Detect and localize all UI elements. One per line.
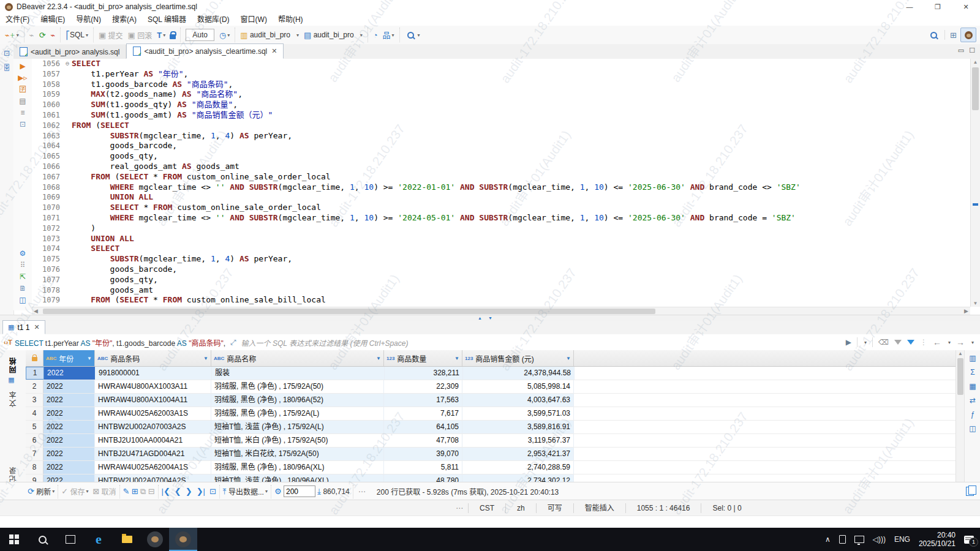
grid-cell[interactable]: 39,070 — [384, 448, 462, 460]
column-header-2[interactable]: ABC商品名称▼ — [211, 350, 384, 366]
notification-center-icon[interactable]: 1 — [964, 536, 974, 544]
row-number[interactable]: 6 — [26, 434, 43, 447]
menu-item-3[interactable]: 搜索(A) — [107, 13, 142, 26]
network-tray-icon[interactable] — [854, 536, 864, 543]
grid-scroll-thumb[interactable] — [957, 358, 963, 395]
table-row[interactable]: 22022HWRAW4U800AX1003A11羽绒服, 黑色 (净色) , 1… — [26, 380, 956, 394]
grid-cell[interactable]: 328,211 — [385, 367, 463, 380]
templates-icon[interactable]: ◫ — [19, 296, 26, 304]
record-mode-label[interactable]: 记录 — [8, 466, 18, 483]
grid-cell[interactable]: 羽绒服, 黑色 (净色) , 180/96A(XL) — [211, 461, 384, 474]
code-line[interactable]: 1065 goods_qty, — [32, 151, 970, 162]
code-line[interactable]: 1075 SUBSTR(mgclear_time, 1, 4) AS perYe… — [32, 254, 970, 264]
settings-gear-icon[interactable]: ⚙ — [20, 250, 26, 257]
code-line[interactable]: 1061 SUM(t1.goods_amt) AS "商品销售金额（元）" — [32, 110, 970, 121]
open-perspective-icon[interactable]: ⊞ — [950, 31, 957, 39]
file-explorer-button[interactable] — [113, 528, 141, 551]
start-button[interactable] — [0, 528, 28, 551]
table-row[interactable]: 120229918000001服装328,21124,378,944.58 — [26, 367, 956, 380]
code-line[interactable]: 1062FROM (SELECT — [32, 121, 970, 131]
menu-item-5[interactable]: 数据库(D) — [192, 13, 235, 26]
code-line[interactable]: 1068 WHERE mgclear_time <> '' AND SUBSTR… — [32, 182, 970, 193]
grid-cell[interactable]: 4,003,647.63 — [462, 394, 574, 407]
editor-tab-1[interactable]: <audit_bi_pro> analysis_cleartime.sql✕ — [126, 43, 284, 59]
grid-cell[interactable]: 3,119,567.37 — [462, 434, 574, 447]
app-button-dbeaver-active[interactable] — [169, 528, 197, 551]
dbeaver-perspective-button[interactable] — [960, 28, 976, 42]
menu-item-4[interactable]: SQL 编辑器 — [142, 13, 192, 26]
grid-cell[interactable]: 2,953,421.37 — [462, 448, 574, 460]
grid-cell[interactable]: 2022 — [43, 421, 95, 433]
disconnect-icon[interactable]: ⌁ — [49, 30, 58, 40]
result-tab-close-icon[interactable]: ✕ — [34, 323, 39, 331]
row-number[interactable]: 4 — [26, 407, 43, 420]
output-icon[interactable]: ≡ — [20, 109, 24, 116]
grid-cell[interactable]: HWRAW4U800AX1003A11 — [95, 380, 211, 393]
grid-cell[interactable]: 17,563 — [384, 394, 462, 407]
grid-cell[interactable]: 5,811 — [384, 461, 462, 474]
editor-tab-close-icon[interactable]: ✕ — [271, 47, 277, 55]
prev-row-icon[interactable]: ❮ — [175, 487, 181, 495]
menu-item-1[interactable]: 编辑(E) — [35, 13, 70, 26]
minimize-button[interactable]: — — [895, 0, 924, 13]
export-data-button[interactable]: 导出数据... — [228, 486, 264, 497]
restore-view-icon[interactable]: ⊡ — [4, 49, 10, 58]
code-line[interactable]: 1060 SUM(t1.goods_qty) AS "商品数量", — [32, 100, 970, 110]
save-button[interactable]: 保存 — [70, 486, 85, 497]
column-header-0[interactable]: ABC年份▼ — [43, 350, 95, 366]
connection-selector[interactable]: ▥ audit_bi_pro▾ — [238, 29, 301, 40]
panel-value-icon[interactable]: ▥ — [969, 354, 976, 362]
code-line[interactable]: 1059 MAX(t2.goods_name) AS "商品名称", — [32, 89, 970, 100]
commit-button[interactable]: ▣ 提交 — [97, 29, 125, 42]
grid-cell[interactable]: 羽绒服, 黑色 (净色) , 180/96A(52) — [211, 394, 384, 407]
code-line[interactable]: 1069 UNION ALL — [32, 192, 970, 203]
panel-calc-icon[interactable]: ƒ — [971, 410, 975, 419]
code-line[interactable]: 1071 WHERE mgclear_time <> '' AND SUBSTR… — [32, 213, 970, 223]
erase-filter-icon[interactable]: ⌫ — [878, 338, 889, 347]
grid-cell[interactable]: 2022 — [43, 380, 95, 393]
row-number[interactable]: 8 — [26, 461, 43, 474]
row-number[interactable]: 1 — [26, 367, 44, 380]
grid-cell[interactable]: 羽绒服, 黑色 (净色) , 175/92A(L) — [211, 407, 384, 420]
execute-script-icon[interactable]: ▶▹ — [18, 74, 27, 81]
app-button-1[interactable] — [141, 528, 169, 551]
commit-mode-combo[interactable]: Auto — [186, 29, 214, 41]
transaction-log-button[interactable]: T▾ — [155, 30, 167, 40]
menu-item-7[interactable]: 帮助(H) — [273, 13, 309, 26]
menu-item-2[interactable]: 导航(N) — [70, 13, 107, 26]
code-line[interactable]: 1067 FROM (SELECT * FROM custom_online_s… — [32, 172, 970, 182]
save-filter-icon[interactable] — [894, 340, 902, 345]
nav-forward-icon[interactable]: → — [956, 337, 965, 347]
code-line[interactable]: 1063 SUBSTR(mgclear_time, 1, 4) AS perYe… — [32, 131, 970, 141]
editor-tab-0[interactable]: <audit_bi_pro> analysis.sql — [13, 45, 126, 59]
fetch-all-icon[interactable]: ⤓ — [317, 487, 321, 495]
refresh-button[interactable]: 刷新 — [36, 486, 51, 497]
grid-cell[interactable]: 3,599,571.03 — [462, 407, 574, 420]
presentation-tab-text[interactable]: 文本 — [8, 390, 18, 407]
new-script-icon[interactable]: 🗎 — [19, 285, 26, 292]
edge-browser-button[interactable]: e — [85, 528, 113, 551]
grid-cell[interactable]: 7,617 — [384, 407, 462, 420]
table-row[interactable]: 32022HWRAW4U800AX1004A11羽绒服, 黑色 (净色) , 1… — [26, 394, 956, 407]
duplicate-row-icon[interactable]: ⧉ — [140, 487, 146, 495]
column-dropdown-icon[interactable]: ▼ — [454, 356, 459, 361]
cancel-button[interactable]: 取消 — [101, 486, 116, 497]
code-line[interactable]: 1070 SELECT * FROM custom_online_sale_or… — [32, 203, 970, 213]
panel-aggregate-icon[interactable]: Σ — [970, 368, 974, 377]
new-connection-button[interactable]: ⌁＋▾ — [3, 30, 21, 40]
table-row[interactable]: 82022HWRAW4U025A62004A1S羽绒服, 黑色 (净色) , 1… — [26, 461, 956, 474]
table-row[interactable]: 52022HNTBW2U002A07003A2S短袖T恤, 浅蓝 (净色) , … — [26, 421, 956, 434]
grid-cell[interactable]: 2022 — [44, 367, 96, 380]
column-header-4[interactable]: 123商品销售金额 (元)▼ — [462, 350, 574, 366]
grid-cell[interactable]: HNTBW2U002A07003A2S — [95, 421, 211, 433]
add-row-icon[interactable]: ⊞ — [132, 487, 138, 495]
code-line[interactable]: 1078 goods_amt — [32, 285, 970, 296]
table-row[interactable]: 62022HNTBJ2U100AA0004A21短袖T恤, 米白 (净色) , … — [26, 434, 956, 448]
usb-tray-icon[interactable] — [839, 535, 846, 544]
grid-cell[interactable]: 短袖T恤, 米白花纹, 175/92A(50) — [211, 448, 384, 460]
row-number[interactable]: 7 — [26, 448, 43, 460]
grid-cell[interactable]: 2,740,288.59 — [462, 461, 574, 474]
explain-plan-icon[interactable]: 囝 — [19, 86, 26, 93]
menu-item-6[interactable]: 窗口(W) — [235, 13, 273, 26]
tray-expand-icon[interactable]: ∧ — [825, 535, 831, 544]
